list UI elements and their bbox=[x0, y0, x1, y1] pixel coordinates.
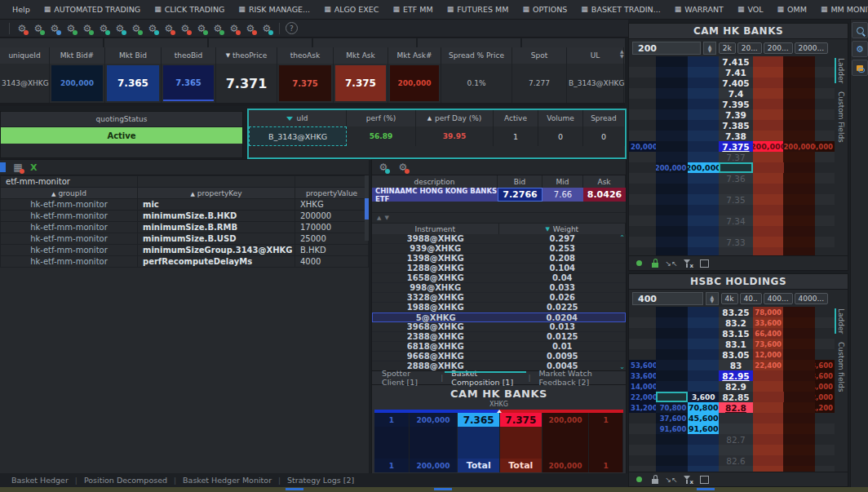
spotter-top-row[interactable]: 1 200,000 7.365 7.375 200,000 1 bbox=[374, 413, 623, 427]
ask-depth-size-cell[interactable] bbox=[815, 152, 835, 162]
ladder-row[interactable]: 7.39 bbox=[629, 109, 835, 120]
ask-qty-cell[interactable] bbox=[753, 434, 784, 445]
list-item[interactable]: 1398@XHKG0.208 bbox=[372, 254, 626, 264]
size-button[interactable]: 2000... bbox=[795, 42, 829, 54]
config-up-icon[interactable]: ⚙ bbox=[195, 22, 208, 35]
ask-qty-cell[interactable] bbox=[753, 370, 784, 381]
size-button[interactable]: 400... bbox=[764, 293, 793, 304]
own-bid-size-cell[interactable] bbox=[656, 360, 689, 370]
col-header-volume[interactable]: Volume bbox=[538, 110, 583, 126]
list-item[interactable]: 6818@XHKG0.01 bbox=[372, 342, 626, 352]
bid-depth-size-cell[interactable] bbox=[629, 215, 656, 226]
col-header-spread-pct[interactable]: Spread % Price bbox=[441, 47, 512, 64]
bid-qty-cell[interactable] bbox=[688, 370, 719, 381]
side-tab-custom-fields[interactable]: Custom Fields bbox=[837, 91, 845, 143]
col-header-uniqueid[interactable]: uniqueId bbox=[0, 47, 50, 64]
ask-depth-size-cell[interactable] bbox=[815, 173, 835, 184]
bid-depth-size-cell[interactable]: 33,600 bbox=[629, 370, 656, 381]
bid-depth-size-cell[interactable] bbox=[629, 99, 656, 109]
ask-qty-cell[interactable] bbox=[753, 56, 784, 67]
ask-qty-cell[interactable]: 66,400 bbox=[753, 328, 784, 339]
ask-qty-cell[interactable]: 33,600 bbox=[753, 317, 784, 328]
price-cell[interactable]: 83.1 bbox=[719, 339, 753, 349]
clear-filter-icon[interactable]: x bbox=[683, 475, 693, 485]
bid-depth-size-cell[interactable] bbox=[629, 109, 656, 120]
ladder-row[interactable]: 83.173,600 bbox=[629, 339, 835, 349]
menu-item-algo-exec[interactable]: ▦ALGO EXEC bbox=[318, 0, 384, 19]
col-header-spot[interactable]: Spot bbox=[512, 47, 567, 64]
ask-depth-cell[interactable] bbox=[783, 99, 815, 109]
bid-depth-size-cell[interactable] bbox=[629, 339, 656, 349]
ask-depth-size-cell[interactable]: 14,000 bbox=[815, 381, 835, 392]
col-header-perf[interactable]: perf (%) bbox=[347, 110, 416, 126]
strategy-stop-icon[interactable]: ⚙ bbox=[16, 22, 29, 35]
col-header-spread[interactable]: Spread bbox=[583, 110, 625, 126]
qty-input[interactable]: 200 bbox=[632, 42, 701, 55]
ladder-row[interactable]: 33,60082.9533,600 bbox=[629, 370, 835, 381]
own-bid-size-cell[interactable] bbox=[656, 131, 689, 141]
ladder-row[interactable]: 7.4 bbox=[629, 88, 835, 99]
ask-depth-size-cell[interactable] bbox=[815, 88, 835, 99]
col-header-theoask[interactable]: theoAsk bbox=[277, 47, 334, 64]
panel-edge-icon[interactable] bbox=[0, 162, 6, 172]
export-excel-icon[interactable]: X bbox=[30, 162, 37, 173]
bid-qty-cell[interactable] bbox=[688, 173, 719, 184]
config-down-icon[interactable]: ⚙ bbox=[211, 22, 224, 35]
ask-qty-cell[interactable] bbox=[753, 109, 784, 120]
price-cell[interactable]: 7.37 bbox=[719, 152, 753, 162]
ask-depth-size-cell[interactable] bbox=[815, 56, 835, 67]
ladder-row[interactable]: 83.233,600 bbox=[629, 317, 835, 328]
strategy-remove-icon[interactable]: ⚙ bbox=[162, 22, 175, 35]
price-cell[interactable]: 7.36 bbox=[719, 173, 753, 184]
property-scrollbar[interactable] bbox=[365, 175, 369, 241]
fit-frame-icon[interactable] bbox=[699, 259, 709, 268]
bid-qty-cell[interactable] bbox=[688, 67, 719, 78]
price-cell[interactable]: 83.15 bbox=[719, 328, 753, 339]
ask-depth-size-cell[interactable] bbox=[815, 413, 835, 423]
bid-qty-cell[interactable] bbox=[688, 131, 719, 141]
bid-qty-cell[interactable] bbox=[688, 360, 719, 370]
price-cell[interactable]: 83.25 bbox=[719, 307, 753, 317]
ladder-row[interactable]: 7.41 bbox=[629, 67, 835, 78]
ladder-row[interactable] bbox=[629, 445, 835, 455]
col-header-active[interactable]: Active bbox=[494, 110, 538, 126]
ask-qty-cell[interactable] bbox=[753, 226, 784, 237]
menu-item-options[interactable]: ▦OPTIONS bbox=[516, 0, 573, 19]
ask-depth-cell[interactable] bbox=[783, 56, 815, 67]
ask-depth-size-cell[interactable]: 31,200 bbox=[815, 402, 835, 413]
ask-qty-cell[interactable] bbox=[753, 237, 784, 247]
ask-qty-cell[interactable] bbox=[753, 445, 784, 455]
bid-depth-size-cell[interactable] bbox=[629, 237, 656, 247]
tab-spotter-client-1[interactable]: Spotter Client [1] bbox=[375, 371, 439, 384]
ask-depth-cell[interactable] bbox=[784, 392, 816, 402]
ladder-row[interactable]: 83.2578,000 bbox=[629, 307, 835, 317]
ladder-row[interactable]: 22,0003,60082.8522,000 bbox=[629, 392, 835, 402]
ask-qty-cell[interactable] bbox=[753, 120, 784, 131]
bid-qty-cell[interactable] bbox=[688, 88, 719, 99]
quote-table-scroll-arrows[interactable]: ▲▼ bbox=[620, 49, 624, 59]
price-cell[interactable]: 7.34 bbox=[719, 215, 753, 226]
bid-qty-cell[interactable] bbox=[688, 445, 719, 455]
bid-depth-size-cell[interactable] bbox=[629, 131, 656, 141]
ask-qty-cell[interactable] bbox=[753, 173, 784, 184]
side-tab-custom-fields[interactable]: Custom fields bbox=[837, 342, 845, 392]
price-cell[interactable]: 83 bbox=[719, 360, 753, 370]
uid-cell[interactable]: B_3143@XHKG bbox=[249, 126, 347, 146]
strategy-add-icon[interactable]: ⚙ bbox=[64, 22, 78, 35]
ask-price-cell[interactable]: 7.375 bbox=[500, 413, 542, 427]
own-bid-size-cell[interactable] bbox=[656, 205, 689, 215]
own-bid-size-cell[interactable] bbox=[656, 99, 689, 109]
bid-depth-size-cell[interactable] bbox=[629, 455, 656, 466]
ladder-row[interactable]: 31,20070,80070,80082.831,200 bbox=[629, 402, 835, 413]
price-cell[interactable]: 7.385 bbox=[719, 120, 753, 131]
price-cell[interactable]: 7.415 bbox=[719, 56, 753, 67]
ask-depth-cell[interactable] bbox=[783, 152, 815, 162]
ask-qty-cell[interactable] bbox=[753, 194, 784, 205]
bid-depth-size-cell[interactable] bbox=[629, 226, 656, 237]
tab-basket-composition-1[interactable]: Basket Composition [1] bbox=[445, 371, 526, 384]
sort-asc-icon[interactable]: ▲ bbox=[377, 215, 381, 221]
bid-depth-size-cell[interactable]: 53,600 bbox=[629, 360, 656, 370]
ladder-row[interactable] bbox=[629, 226, 835, 237]
ask-depth-size-cell[interactable] bbox=[815, 307, 835, 317]
size-button[interactable]: 2k bbox=[719, 42, 736, 54]
